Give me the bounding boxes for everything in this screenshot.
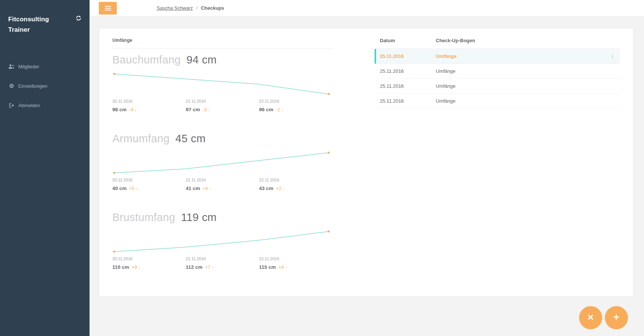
trend-up-icon: ↑ <box>212 265 214 270</box>
trend-down-icon: ↓ <box>135 108 137 112</box>
data-point: 20.11.2016 110 cm+9 ↑ <box>112 256 186 270</box>
point-date: 21.11.2016 <box>186 99 259 103</box>
row-type: Umfänge <box>436 53 605 59</box>
point-date: 20.11.2016 <box>112 178 186 182</box>
metric-name: Bauchumfang <box>112 54 181 66</box>
point-delta: +4 ↑ <box>203 186 211 191</box>
point-delta: +7 ↑ <box>205 265 214 270</box>
point-value: 115 cm <box>259 264 276 270</box>
table-row[interactable]: 25.11.2016 Umfänge <box>375 64 620 79</box>
point-delta: +9 ↑ <box>132 265 140 270</box>
row-date: 25.11.2016 <box>380 98 436 104</box>
chart-section-bauchumfang: Bauchumfang 94 cm 20.11.2016 98 cm-4 ↓ 2… <box>112 54 332 112</box>
point-date: 21.11.2016 <box>186 178 259 182</box>
breadcrumb-current: Checkups <box>201 5 224 11</box>
point-date: 21.11.2016 <box>186 256 259 261</box>
sidebar-item-label: Einstellungen <box>18 83 47 89</box>
chart-section-brustumfang: Brustumfang 119 cm 20.11.2016 110 cm+9 ↑… <box>112 211 332 270</box>
sparkline-chart <box>112 72 331 96</box>
row-type: Umfänge <box>436 83 605 89</box>
sidebar-item-label: Abmelden <box>18 103 40 108</box>
sidebar-nav: Mitglieder Einstellungen <box>0 57 90 115</box>
data-point: 21.11.2016 41 cm+4 ↑ <box>186 178 259 191</box>
metric-current-value: 94 cm <box>187 54 217 66</box>
topbar: Sascha Schwarz / Checkups <box>90 0 644 16</box>
data-point: 21.11.2016 112 cm+7 ↑ <box>186 256 259 270</box>
sidebar-item-mitglieder[interactable]: Mitglieder <box>0 57 90 76</box>
trend-up-icon: ↑ <box>209 186 212 191</box>
row-menu-icon[interactable]: ⋮ <box>605 53 620 60</box>
content: Umfänge Bauchumfang 94 cm 20.11.2016 98 … <box>90 16 644 336</box>
checkup-card: Umfänge Bauchumfang 94 cm 20.11.2016 98 … <box>99 28 634 297</box>
point-delta: +2 ↑ <box>276 186 285 191</box>
plus-icon: + <box>613 312 619 323</box>
sparkline-chart <box>112 151 331 175</box>
row-type: Umfänge <box>436 98 605 104</box>
point-value: 112 cm <box>186 264 203 270</box>
data-point: 20.11.2016 98 cm-4 ↓ <box>112 99 186 112</box>
row-date: 25.11.2016 <box>380 83 436 89</box>
point-date: 22.11.2016 <box>259 178 332 182</box>
point-delta: +4 ↑ <box>278 265 287 270</box>
table-row[interactable]: 25.11.2016 Umfänge <box>375 94 620 109</box>
point-delta: -2 ↓ <box>276 107 284 112</box>
point-value: 41 cm <box>186 186 200 191</box>
table-row[interactable]: 25.11.2016 Umfänge ⋮ <box>375 49 620 64</box>
point-value: 97 cm <box>186 107 200 112</box>
data-point: 22.11.2016 43 cm+2 ↑ <box>259 178 332 191</box>
data-point: 22.11.2016 115 cm+4 ↑ <box>259 256 332 270</box>
chart-points: 20.11.2016 110 cm+9 ↑ 21.11.2016 112 cm+… <box>112 256 332 270</box>
row-date: 25.11.2016 <box>380 68 436 74</box>
point-date: 20.11.2016 <box>112 99 186 103</box>
menu-toggle-button[interactable] <box>99 2 117 15</box>
data-point: 22.11.2016 96 cm-2 ↓ <box>259 99 332 112</box>
point-delta: +5 ↑ <box>129 186 138 191</box>
trend-up-icon: ↑ <box>282 186 285 191</box>
point-value: 110 cm <box>112 264 129 270</box>
charts-panel: Umfänge Bauchumfang 94 cm 20.11.2016 98 … <box>112 28 332 296</box>
table-row[interactable]: 25.11.2016 Umfänge <box>375 79 620 94</box>
row-date: 25.11.2016 <box>380 53 436 59</box>
sidebar-item-einstellungen[interactable]: Einstellungen <box>0 76 90 96</box>
app-window: Fitconsulting Trainer <box>0 0 644 336</box>
data-point: 20.11.2016 40 cm+5 ↑ <box>112 178 186 191</box>
hamburger-icon <box>105 6 111 7</box>
chart-points: 20.11.2016 40 cm+5 ↑ 21.11.2016 41 cm+4 … <box>112 178 332 191</box>
sidebar-item-abmelden[interactable]: Abmelden <box>0 96 90 115</box>
panel-title: Umfänge <box>112 38 332 49</box>
trend-up-icon: ↑ <box>285 265 287 270</box>
users-icon <box>8 64 15 69</box>
column-header-checkup-bogen: Check-Up-Bogen <box>436 38 605 43</box>
trend-up-icon: ↑ <box>138 265 141 270</box>
refresh-icon[interactable] <box>76 15 81 21</box>
point-value: 98 cm <box>112 107 126 112</box>
metric-name: Armumfang <box>112 133 170 144</box>
chart-section-armumfang: Armumfang 45 cm 20.11.2016 40 cm+5 ↑ 21.… <box>112 133 332 191</box>
metric-current-value: 45 cm <box>175 133 206 144</box>
breadcrumb-link-member[interactable]: Sascha Schwarz <box>157 5 193 11</box>
breadcrumb: Sascha Schwarz / Checkups <box>157 5 224 11</box>
point-value: 40 cm <box>112 186 126 191</box>
data-point: 21.11.2016 97 cm-3 ↓ <box>186 99 259 112</box>
sign-out-icon <box>8 103 15 108</box>
gears-icon <box>8 83 15 88</box>
trend-down-icon: ↓ <box>281 108 284 112</box>
sidebar-header: Fitconsulting Trainer <box>0 14 90 35</box>
main-area: Sascha Schwarz / Checkups Umfänge Bauchu… <box>90 0 644 336</box>
metric-current-value: 119 cm <box>181 211 216 223</box>
trend-up-icon: ↑ <box>136 186 138 191</box>
point-value: 43 cm <box>259 186 273 191</box>
app-title: Fitconsulting Trainer <box>8 14 60 35</box>
trend-down-icon: ↓ <box>208 108 210 112</box>
close-icon: × <box>588 312 594 323</box>
point-delta: -4 ↓ <box>129 107 137 112</box>
point-date: 22.11.2016 <box>259 256 332 261</box>
sidebar: Fitconsulting Trainer <box>0 0 90 336</box>
column-header-datum: Datum <box>380 38 436 43</box>
sparkline-chart <box>112 230 331 253</box>
point-date: 22.11.2016 <box>259 99 332 103</box>
close-button[interactable]: × <box>579 306 602 329</box>
add-button[interactable]: + <box>605 306 628 329</box>
point-date: 20.11.2016 <box>112 256 186 261</box>
table-header: Datum Check-Up-Bogen <box>375 38 620 49</box>
